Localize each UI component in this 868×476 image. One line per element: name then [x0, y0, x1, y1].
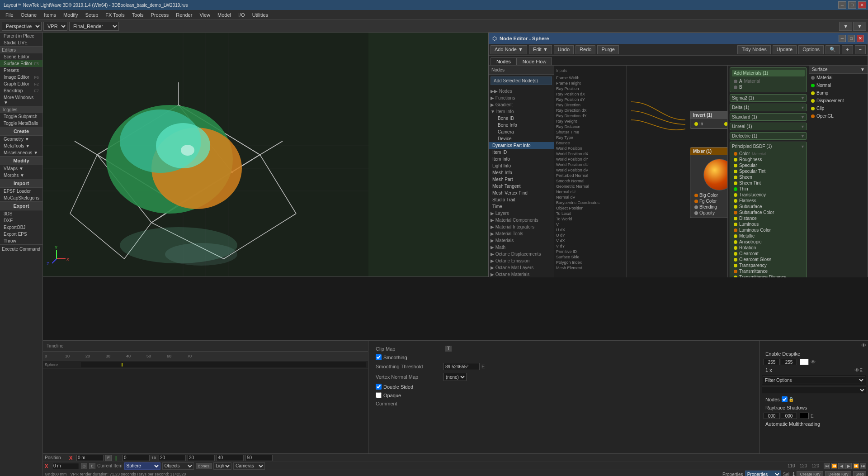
frame-input-2[interactable]	[188, 455, 215, 461]
node-invert[interactable]: Invert (1) ▼ In Out	[690, 111, 727, 129]
node-group-material-components[interactable]: ▶ Material Components	[489, 217, 554, 224]
menu-modify[interactable]: Modify	[60, 11, 81, 19]
principled-bsdf-node[interactable]: Principled BSDF (1) ▼ ColorMaterial Roug…	[730, 142, 807, 277]
sidebar-export-eps[interactable]: Export EPS	[0, 231, 42, 238]
options-btn[interactable]: Options	[798, 45, 824, 54]
render-preset-select[interactable]: Final_Render	[69, 22, 119, 31]
color-r-input[interactable]	[764, 359, 780, 365]
sidebar-miscellaneous[interactable]: Miscellaneous ▼	[0, 149, 42, 156]
undo-btn[interactable]: Undo	[554, 45, 574, 54]
purge-btn[interactable]: Purge	[597, 45, 618, 54]
node-group-material-tools[interactable]: ▶ Material Tools	[489, 230, 554, 237]
sidebar-metatools[interactable]: MetaTools ▼	[0, 143, 42, 149]
node-editor-minimize[interactable]: ─	[839, 35, 846, 42]
add-node-btn[interactable]: Add Node ▼	[491, 45, 527, 54]
tab-node-flow[interactable]: Node Flow	[517, 57, 552, 65]
lights-select[interactable]: Lights	[213, 462, 231, 470]
bones-btn[interactable]: Bones	[196, 463, 212, 469]
ne-search-btn[interactable]: 🔍	[826, 45, 840, 54]
x-input[interactable]	[52, 463, 79, 469]
x-btn[interactable]: ⊙	[81, 463, 87, 469]
close-button[interactable]: ✕	[858, 1, 866, 9]
node-item-dynamics-part-info[interactable]: Dynamics Part Info	[489, 142, 554, 149]
menu-process[interactable]: Process	[147, 11, 173, 19]
redo-btn[interactable]: Redo	[576, 45, 595, 54]
opaque-checkbox[interactable]	[376, 392, 382, 398]
edit-btn[interactable]: Edit ▼	[529, 45, 552, 54]
node-group-functions[interactable]: ▶ Functions	[489, 95, 554, 101]
color-g-input[interactable]	[781, 359, 797, 365]
sidebar-studio-live[interactable]: Studio LIVE	[0, 39, 42, 46]
visibility-toggle[interactable]: 👁	[861, 343, 866, 348]
menu-tools[interactable]: Tools	[128, 11, 147, 19]
node-item-studio-trait[interactable]: Studio Trait	[489, 196, 554, 203]
sidebar-3ds[interactable]: 3DS	[0, 210, 42, 217]
multiplier-eye[interactable]: 👁	[854, 367, 859, 373]
frame-input-1[interactable]	[159, 455, 186, 461]
smoothing-threshold-input[interactable]	[443, 363, 480, 370]
sidebar-parent-in-place[interactable]: Parent in Place	[0, 33, 42, 39]
clip-map-value[interactable]: T	[445, 346, 452, 352]
node-canvas[interactable]: Inputs Frame Width Frame Height Ray Posi…	[554, 66, 727, 277]
sidebar-vmaps[interactable]: VMaps ▼	[0, 165, 42, 172]
minimize-button[interactable]: ─	[838, 1, 846, 9]
node-item-bone-info[interactable]: Bone Info	[494, 122, 554, 129]
properties-select[interactable]: Properties	[745, 471, 781, 476]
node-item-bone-id[interactable]: Bone ID	[494, 115, 554, 122]
create-key-btn[interactable]: Create Key	[797, 471, 823, 476]
sidebar-epsf-loader[interactable]: EPSF Loader	[0, 188, 42, 195]
node-item-item-info[interactable]: Item Info	[489, 156, 554, 162]
node-item-mesh-tangent[interactable]: Mesh Tangent	[489, 183, 554, 190]
node-editor-maximize[interactable]: □	[848, 35, 855, 42]
x-pos-input[interactable]	[76, 455, 104, 461]
color-eye-btn[interactable]: 👁	[811, 359, 816, 365]
node-group-nodes[interactable]: ▶ Nodes	[489, 88, 554, 95]
sigma2-node[interactable]: Sigma2 (1) ▼	[730, 94, 807, 102]
view-mode-select[interactable]: Perspective	[2, 22, 42, 31]
vpr-select[interactable]: VPR	[43, 22, 67, 31]
menu-model[interactable]: Model	[214, 11, 235, 19]
toolbar-expand2-btn[interactable]: ▼	[853, 22, 866, 31]
shadow-e[interactable]: E	[811, 414, 814, 419]
add-selected-nodes-btn[interactable]: Add Selected Node(s)	[491, 76, 552, 85]
menu-utilities[interactable]: Utilities	[249, 11, 272, 19]
surface-panel-dropdown[interactable]: ▼	[860, 67, 865, 72]
sidebar-toggle-metaballs[interactable]: Toggle MetaBalls	[0, 120, 42, 127]
sidebar-toggle-subpatch[interactable]: Toggle Subpatch	[0, 113, 42, 120]
step-btn[interactable]: Step	[853, 471, 866, 476]
ne-zoom-out-btn[interactable]: −	[855, 45, 866, 54]
nodes-lock[interactable]: 🔒	[788, 397, 794, 402]
play-prev-frame[interactable]: ⏪	[831, 463, 837, 469]
multiplier-e[interactable]: E	[859, 368, 863, 373]
play-prev[interactable]: ◀	[838, 463, 844, 469]
node-group-layers[interactable]: ▶ Layers	[489, 210, 554, 217]
menu-render[interactable]: Render	[172, 11, 196, 19]
filter-options-select[interactable]: Filter Options	[763, 376, 865, 384]
smoothing-e-btn[interactable]: E	[481, 364, 485, 369]
shadow-swatch[interactable]	[800, 413, 809, 419]
sidebar-presets[interactable]: Presets	[0, 67, 42, 74]
unreal-node[interactable]: Unreal (1) ▼	[730, 123, 807, 130]
shadow-r-input[interactable]	[764, 413, 780, 419]
node-group-gradient[interactable]: ▶ Gradient	[489, 101, 554, 108]
sidebar-geometry[interactable]: Geometry ▼	[0, 136, 42, 143]
node-group-octane-materials[interactable]: ▶ Octane Materials	[489, 271, 554, 277]
node-item-mesh-vertex-find[interactable]: Mesh Vertex Find	[489, 190, 554, 196]
sidebar-throw[interactable]: Throw	[0, 238, 42, 244]
node-group-octane-emission[interactable]: ▶ Octane Emission	[489, 257, 554, 264]
sidebar-backdrop[interactable]: BackdropF7	[0, 87, 42, 94]
play-skip-end[interactable]: ⏭	[860, 463, 866, 469]
play-next[interactable]: ⏩	[853, 463, 859, 469]
node-item-device[interactable]: Device	[494, 135, 554, 142]
vertex-normal-select[interactable]: (none)	[443, 373, 467, 381]
sidebar-mocap[interactable]: MoCapSkelegons	[0, 195, 42, 201]
nodes-checkbox[interactable]	[782, 396, 788, 402]
sidebar-modify-header[interactable]: Modify	[0, 157, 42, 165]
sidebar-scene-editor[interactable]: Scene Editor	[0, 53, 42, 60]
sidebar-exportobj[interactable]: ExportOBJ	[0, 224, 42, 231]
update-btn[interactable]: Update	[773, 45, 797, 54]
sidebar-export-header[interactable]: Export	[0, 202, 42, 210]
frame-input-4[interactable]	[245, 455, 273, 461]
x-env-btn[interactable]: E	[89, 463, 95, 469]
menu-view[interactable]: View	[196, 11, 214, 19]
